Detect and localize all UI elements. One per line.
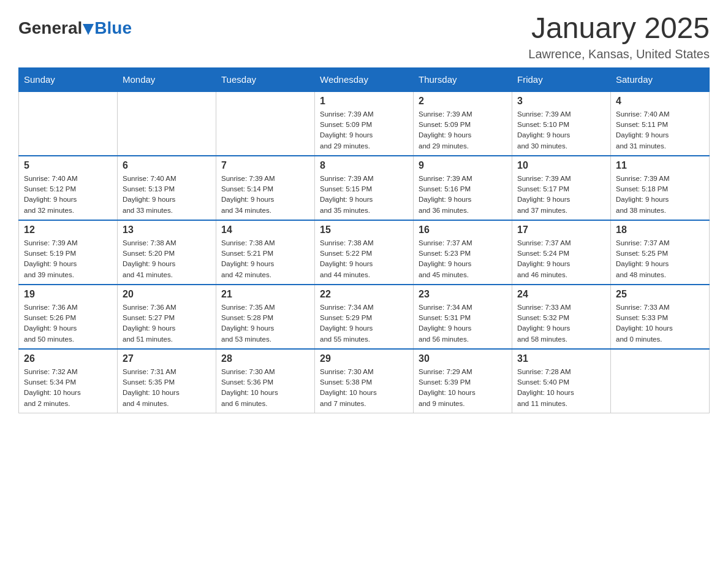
day-number: 16 [419, 224, 507, 236]
day-info: Sunrise: 7:37 AM Sunset: 5:25 PM Dayligh… [616, 238, 704, 280]
column-header-wednesday: Wednesday [315, 67, 414, 91]
day-info: Sunrise: 7:39 AM Sunset: 5:15 PM Dayligh… [320, 174, 408, 216]
calendar-cell [118, 91, 216, 156]
calendar-cell: 29Sunrise: 7:30 AM Sunset: 5:38 PM Dayli… [315, 349, 414, 413]
day-number: 20 [123, 289, 211, 300]
logo-blue-text: Blue [94, 18, 132, 38]
day-number: 28 [221, 353, 309, 364]
calendar-cell: 1Sunrise: 7:39 AM Sunset: 5:09 PM Daylig… [315, 91, 414, 156]
calendar-cell: 11Sunrise: 7:39 AM Sunset: 5:18 PM Dayli… [611, 156, 710, 220]
day-number: 24 [517, 289, 605, 300]
calendar-cell: 13Sunrise: 7:38 AM Sunset: 5:20 PM Dayli… [118, 220, 216, 285]
day-info: Sunrise: 7:31 AM Sunset: 5:35 PM Dayligh… [123, 367, 211, 409]
calendar-cell [19, 91, 118, 156]
calendar-cell: 19Sunrise: 7:36 AM Sunset: 5:26 PM Dayli… [19, 285, 118, 349]
day-number: 12 [24, 224, 112, 236]
day-number: 2 [419, 96, 507, 107]
day-info: Sunrise: 7:39 AM Sunset: 5:18 PM Dayligh… [616, 174, 704, 216]
day-info: Sunrise: 7:37 AM Sunset: 5:24 PM Dayligh… [517, 238, 605, 280]
day-info: Sunrise: 7:40 AM Sunset: 5:12 PM Dayligh… [24, 174, 112, 216]
calendar-cell: 31Sunrise: 7:28 AM Sunset: 5:40 PM Dayli… [512, 349, 611, 413]
calendar-cell: 5Sunrise: 7:40 AM Sunset: 5:12 PM Daylig… [19, 156, 118, 220]
day-info: Sunrise: 7:30 AM Sunset: 5:36 PM Dayligh… [221, 367, 309, 409]
column-header-friday: Friday [512, 67, 611, 91]
day-number: 30 [419, 353, 507, 364]
calendar-week-row: 12Sunrise: 7:39 AM Sunset: 5:19 PM Dayli… [19, 220, 710, 285]
day-info: Sunrise: 7:40 AM Sunset: 5:11 PM Dayligh… [616, 109, 704, 151]
day-number: 22 [320, 289, 408, 300]
day-number: 26 [24, 353, 112, 364]
day-number: 8 [320, 160, 408, 171]
calendar-cell [611, 349, 710, 413]
day-info: Sunrise: 7:38 AM Sunset: 5:21 PM Dayligh… [221, 238, 309, 280]
column-header-thursday: Thursday [414, 67, 512, 91]
logo-general-text: General [18, 18, 82, 38]
day-number: 5 [24, 160, 112, 171]
calendar-cell: 26Sunrise: 7:32 AM Sunset: 5:34 PM Dayli… [19, 349, 118, 413]
day-number: 6 [123, 160, 211, 171]
calendar-cell: 16Sunrise: 7:37 AM Sunset: 5:23 PM Dayli… [414, 220, 512, 285]
calendar-cell: 21Sunrise: 7:35 AM Sunset: 5:28 PM Dayli… [216, 285, 315, 349]
page-header: General Blue January 2025 Lawrence, Kans… [18, 12, 710, 61]
calendar-week-row: 5Sunrise: 7:40 AM Sunset: 5:12 PM Daylig… [19, 156, 710, 220]
title-section: January 2025 Lawrence, Kansas, United St… [528, 12, 710, 61]
day-info: Sunrise: 7:28 AM Sunset: 5:40 PM Dayligh… [517, 367, 605, 409]
day-number: 11 [616, 160, 704, 171]
day-number: 15 [320, 224, 408, 236]
day-info: Sunrise: 7:34 AM Sunset: 5:31 PM Dayligh… [419, 302, 507, 345]
day-info: Sunrise: 7:29 AM Sunset: 5:39 PM Dayligh… [419, 367, 507, 409]
calendar-cell: 7Sunrise: 7:39 AM Sunset: 5:14 PM Daylig… [216, 156, 315, 220]
day-number: 18 [616, 224, 704, 236]
calendar-cell: 28Sunrise: 7:30 AM Sunset: 5:36 PM Dayli… [216, 349, 315, 413]
calendar-header-row: SundayMondayTuesdayWednesdayThursdayFrid… [19, 67, 710, 91]
day-info: Sunrise: 7:36 AM Sunset: 5:27 PM Dayligh… [123, 302, 211, 345]
day-info: Sunrise: 7:32 AM Sunset: 5:34 PM Dayligh… [24, 367, 112, 409]
logo: General Blue [18, 18, 132, 38]
calendar-cell: 10Sunrise: 7:39 AM Sunset: 5:17 PM Dayli… [512, 156, 611, 220]
calendar-cell: 20Sunrise: 7:36 AM Sunset: 5:27 PM Dayli… [118, 285, 216, 349]
day-info: Sunrise: 7:38 AM Sunset: 5:22 PM Dayligh… [320, 238, 408, 280]
day-info: Sunrise: 7:33 AM Sunset: 5:33 PM Dayligh… [616, 302, 704, 345]
day-info: Sunrise: 7:39 AM Sunset: 5:14 PM Dayligh… [221, 174, 309, 216]
calendar-table: SundayMondayTuesdayWednesdayThursdayFrid… [18, 67, 710, 413]
day-number: 13 [123, 224, 211, 236]
day-number: 23 [419, 289, 507, 300]
day-info: Sunrise: 7:39 AM Sunset: 5:17 PM Dayligh… [517, 174, 605, 216]
day-number: 21 [221, 289, 309, 300]
svg-marker-0 [83, 24, 94, 35]
column-header-tuesday: Tuesday [216, 67, 315, 91]
calendar-week-row: 1Sunrise: 7:39 AM Sunset: 5:09 PM Daylig… [19, 91, 710, 156]
day-number: 3 [517, 96, 605, 107]
day-number: 7 [221, 160, 309, 171]
calendar-cell: 4Sunrise: 7:40 AM Sunset: 5:11 PM Daylig… [611, 91, 710, 156]
day-info: Sunrise: 7:39 AM Sunset: 5:10 PM Dayligh… [517, 109, 605, 151]
calendar-cell: 17Sunrise: 7:37 AM Sunset: 5:24 PM Dayli… [512, 220, 611, 285]
calendar-cell: 24Sunrise: 7:33 AM Sunset: 5:32 PM Dayli… [512, 285, 611, 349]
day-number: 25 [616, 289, 704, 300]
day-number: 27 [123, 353, 211, 364]
calendar-cell: 22Sunrise: 7:34 AM Sunset: 5:29 PM Dayli… [315, 285, 414, 349]
column-header-sunday: Sunday [19, 67, 118, 91]
column-header-monday: Monday [118, 67, 216, 91]
calendar-cell: 23Sunrise: 7:34 AM Sunset: 5:31 PM Dayli… [414, 285, 512, 349]
day-info: Sunrise: 7:39 AM Sunset: 5:09 PM Dayligh… [320, 109, 408, 151]
calendar-cell: 15Sunrise: 7:38 AM Sunset: 5:22 PM Dayli… [315, 220, 414, 285]
calendar-cell: 30Sunrise: 7:29 AM Sunset: 5:39 PM Dayli… [414, 349, 512, 413]
day-number: 9 [419, 160, 507, 171]
calendar-week-row: 19Sunrise: 7:36 AM Sunset: 5:26 PM Dayli… [19, 285, 710, 349]
logo-triangle-icon [83, 24, 94, 35]
day-info: Sunrise: 7:38 AM Sunset: 5:20 PM Dayligh… [123, 238, 211, 280]
calendar-cell: 2Sunrise: 7:39 AM Sunset: 5:09 PM Daylig… [414, 91, 512, 156]
day-number: 29 [320, 353, 408, 364]
calendar-cell: 8Sunrise: 7:39 AM Sunset: 5:15 PM Daylig… [315, 156, 414, 220]
day-info: Sunrise: 7:34 AM Sunset: 5:29 PM Dayligh… [320, 302, 408, 345]
day-number: 10 [517, 160, 605, 171]
location-label: Lawrence, Kansas, United States [528, 47, 710, 61]
day-info: Sunrise: 7:33 AM Sunset: 5:32 PM Dayligh… [517, 302, 605, 345]
calendar-cell: 12Sunrise: 7:39 AM Sunset: 5:19 PM Dayli… [19, 220, 118, 285]
calendar-cell: 14Sunrise: 7:38 AM Sunset: 5:21 PM Dayli… [216, 220, 315, 285]
calendar-cell: 18Sunrise: 7:37 AM Sunset: 5:25 PM Dayli… [611, 220, 710, 285]
calendar-cell: 9Sunrise: 7:39 AM Sunset: 5:16 PM Daylig… [414, 156, 512, 220]
calendar-cell: 3Sunrise: 7:39 AM Sunset: 5:10 PM Daylig… [512, 91, 611, 156]
day-number: 31 [517, 353, 605, 364]
